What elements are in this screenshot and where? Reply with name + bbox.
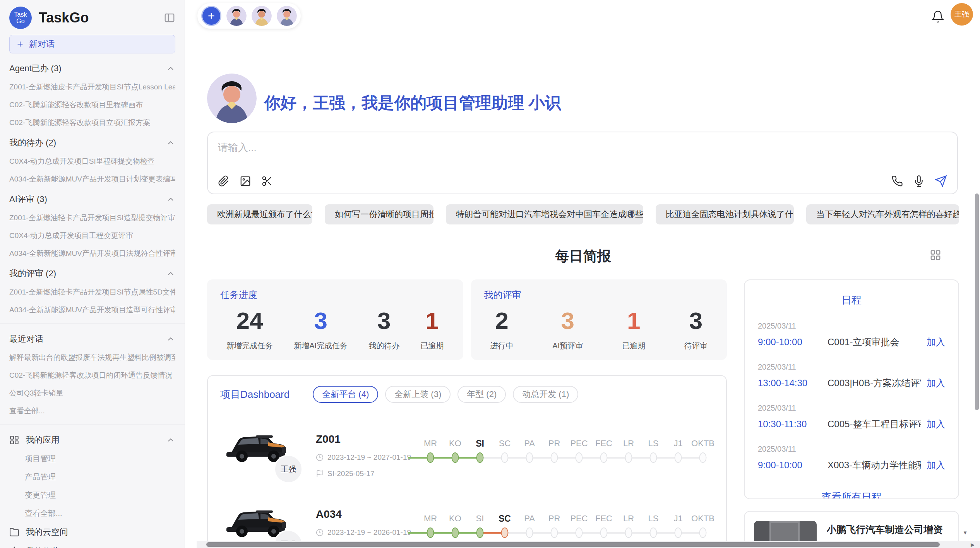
dashboard-tab[interactable]: 动总开发 (1) [513, 386, 578, 403]
sidebar-task-item[interactable]: C0X4-动力总成开发项目工程变更评审 [9, 231, 175, 241]
event-join-link[interactable]: 加入 [927, 336, 945, 348]
project-row[interactable]: 王强 Z001 2023-12-19 ~ 2027-01-19 SI-2025-… [220, 418, 714, 478]
section-header-0[interactable]: Agent已办 (3) [9, 63, 175, 74]
voice-call-icon[interactable] [891, 175, 903, 187]
view-all-schedule-link[interactable]: 查看所有日程 [758, 490, 945, 499]
chevron-up-icon[interactable] [166, 334, 175, 344]
send-icon[interactable] [935, 175, 947, 187]
dashboard-tab[interactable]: 全新上装 (3) [385, 386, 451, 403]
sidebar-star-entry[interactable]: 我的收藏 [9, 546, 175, 548]
horizontal-scrollbar-thumb[interactable] [206, 542, 940, 547]
metric: 2 进行中 [490, 307, 514, 351]
event-join-link[interactable]: 加入 [927, 459, 945, 471]
milestone-dot [501, 452, 509, 463]
sidebar-task-item[interactable]: C02-飞腾新能源轻客改款项目立项汇报方案 [9, 118, 175, 128]
milestone-label: OKTB [690, 438, 715, 452]
event-join-link[interactable]: 加入 [927, 418, 945, 430]
milestone-OKTB: OKTB [690, 438, 715, 464]
app-link[interactable]: 产品管理 [25, 472, 175, 482]
microphone-icon[interactable] [913, 175, 925, 187]
agent-avatar-pill [197, 3, 301, 29]
attach-icon[interactable] [218, 175, 230, 187]
scroll-right-arrow-icon[interactable]: ▶ [971, 542, 975, 548]
milestone-dot [650, 527, 657, 538]
metric: 3 待评审 [684, 307, 708, 351]
chevron-up-icon[interactable] [166, 195, 175, 204]
image-upload-icon[interactable] [240, 175, 251, 187]
screenshot-scissors-icon[interactable] [261, 175, 273, 187]
milestone-dot [600, 452, 608, 463]
sidebar-task-item[interactable]: A034-全新新能源MUV产品开发项目造型可行性评审 [9, 305, 175, 315]
chevron-up-icon[interactable] [166, 269, 175, 278]
sidebar-collapse-icon[interactable] [164, 12, 175, 24]
dashboard-tab[interactable]: 年型 (2) [457, 386, 506, 403]
project-info: Z001 2023-12-19 ~ 2027-01-19 SI-2025-05-… [316, 418, 408, 478]
left-column: 任务进度 24 新增完成任务 3 新增AI完成任务 3 我的待办 1 已逾期 我… [207, 279, 727, 548]
chevron-up-icon[interactable] [166, 138, 175, 147]
sidebar-task-item[interactable]: A034-全新新能源MUV产品开发项目法规符合性评审 [9, 248, 175, 259]
app-link[interactable]: 变更管理 [25, 490, 175, 500]
stats-row: 任务进度 24 新增完成任务 3 新增AI完成任务 3 我的待办 1 已逾期 我… [207, 279, 727, 360]
sidebar-task-item[interactable]: A034-全新新能源MUV产品开发项目计划变更表编写 [9, 174, 175, 184]
dashboard-tab[interactable]: 全新平台 (4) [313, 386, 378, 403]
add-agent-button[interactable] [201, 6, 221, 26]
milestone-dot [600, 527, 608, 538]
suggestion-chip[interactable]: 特朗普可能对进口汽车增税会对中国车企造成哪些影响 [446, 204, 643, 224]
user-avatar[interactable]: 王强 [951, 3, 973, 26]
recent-chat-item[interactable]: C02-飞腾新能源轻客改款项目的闭环通告反馈情况 [9, 370, 175, 380]
sidebar-groups: Agent已办 (3) Z001-全新燃油皮卡产品开发项目SI节点Lesson … [9, 63, 175, 315]
my-apps-header[interactable]: 我的应用 [9, 434, 175, 446]
metric-value: 3 [368, 307, 399, 334]
project-code: A034 [316, 508, 408, 521]
agent-avatar-2[interactable] [252, 6, 272, 26]
metric: 3 新增AI完成任务 [294, 307, 348, 351]
sidebar-task-item[interactable]: C0X4-动力总成开发项目SI里程碑提交物检查 [9, 156, 175, 166]
horizontal-scrollbar[interactable]: ▶ [197, 541, 980, 548]
project-dates: 2023-12-19 ~ 2027-01-19 [316, 453, 408, 462]
recent-chat-item[interactable]: 解释最新出台的欧盟报废车法规再生塑料比例被调至15%... [9, 353, 175, 363]
message-composer[interactable]: 请输入... [207, 132, 958, 194]
scroll-down-arrow-icon[interactable]: ▼ [963, 530, 968, 536]
milestone-dot [551, 527, 558, 538]
view-all-chats-link[interactable]: 查看全部... [9, 406, 175, 416]
project-dashboard-card: 项目Dashboard 全新平台 (4)全新上装 (3)年型 (2)动总开发 (… [207, 375, 727, 548]
chevron-up-icon[interactable] [166, 435, 175, 445]
notification-bell-icon[interactable] [931, 10, 944, 25]
section-header-2[interactable]: AI评审 (3) [9, 194, 175, 205]
suggestion-chip[interactable]: 如何写一份清晰的项目周报 [325, 204, 433, 224]
milestone-PR: PR [542, 514, 567, 539]
suggestion-chip[interactable]: 当下年轻人对汽车外观有怎样的喜好趋势 [806, 204, 959, 224]
milestone-dot [576, 452, 583, 463]
suggestion-chip[interactable]: 欧洲新规最近颁布了什么? [207, 204, 312, 224]
new-chat-button[interactable]: 新对话 [9, 35, 175, 53]
project-row[interactable]: 王强 A034 2023-12-19 ~ 2026-01-19 SC-2025-… [220, 493, 714, 548]
sidebar-folder-entry[interactable]: 我的云空间 [9, 526, 175, 538]
milestone-timeline: MR KO SI SC [408, 418, 715, 464]
sidebar-task-item[interactable]: Z001-全新燃油轻卡产品开发项目SI节点属性5D文件评审 [9, 287, 175, 297]
recent-chats-header[interactable]: 最近对话 [9, 333, 175, 345]
app-link[interactable]: 项目管理 [25, 454, 175, 464]
milestone-LS: LS [641, 438, 666, 464]
section-header-3[interactable]: 我的评审 (2) [9, 268, 175, 279]
view-all-apps-link[interactable]: 查看全部... [25, 508, 175, 519]
sidebar-task-item[interactable]: C02-飞腾新能源轻客改款项目里程碑画布 [9, 100, 175, 110]
milestone-SC: SC [492, 514, 517, 539]
layout-grid-icon[interactable] [930, 249, 941, 262]
suggestion-chip[interactable]: 比亚迪全固态电池计划具体说了什么 [656, 204, 794, 224]
sidebar-task-item[interactable]: Z001-全新燃油皮卡产品开发项目SI节点Lesson Learn报告 [9, 82, 175, 92]
milestone-label: FEC [591, 438, 616, 452]
right-column: 日程 2025/03/11 9:00-10:00 C001-立项审批会 加入 2… [744, 279, 959, 548]
event-join-link[interactable]: 加入 [927, 377, 945, 389]
milestone-dot [675, 527, 682, 538]
apps-grid-icon [9, 435, 19, 445]
milestone-label: PR [542, 514, 567, 527]
agent-avatar-1[interactable] [226, 6, 247, 26]
milestone-label: LS [641, 438, 666, 452]
sidebar-task-item[interactable]: Z001-全新燃油轻卡产品开发项目SI造型提交物评审 [9, 213, 175, 223]
sidebar-my-apps: 我的应用 项目管理产品管理变更管理查看全部... [9, 434, 175, 519]
vertical-scrollbar-thumb[interactable] [975, 194, 979, 410]
section-header-1[interactable]: 我的待办 (2) [9, 137, 175, 149]
chevron-up-icon[interactable] [166, 64, 175, 73]
recent-chat-item[interactable]: 公司Q3轻卡销量 [9, 388, 175, 398]
agent-avatar-3[interactable] [277, 6, 297, 26]
